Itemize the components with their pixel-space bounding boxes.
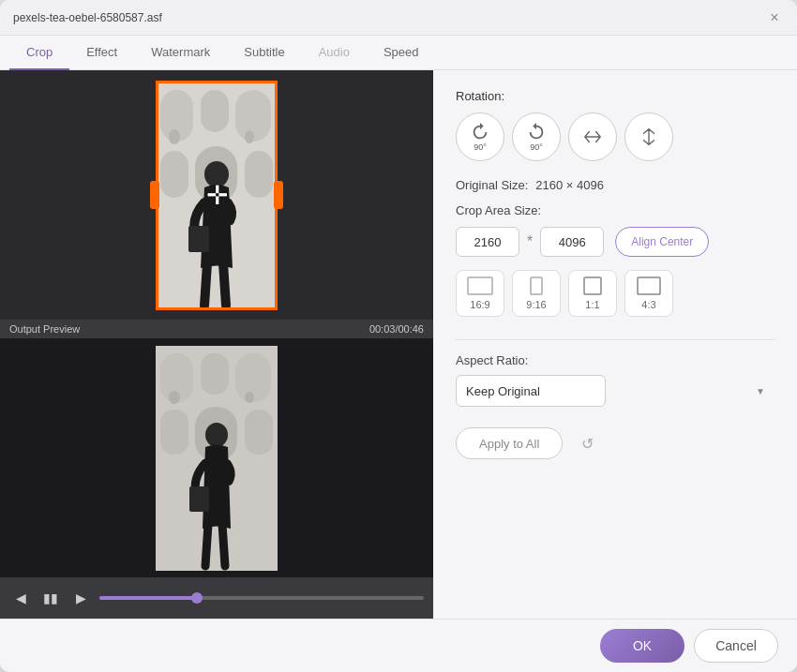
svg-rect-23 bbox=[531, 277, 542, 294]
main-content: ✛ Output Preview 00:03/00:46 bbox=[0, 70, 797, 619]
output-preview-timestamp: 00:03/00:46 bbox=[369, 323, 424, 335]
bottom-bar: OK Cancel bbox=[0, 619, 797, 672]
rotate-ccw-button[interactable]: 90° bbox=[512, 112, 561, 161]
ratio-4-3-icon bbox=[636, 276, 662, 295]
prev-button[interactable]: ◀ bbox=[9, 587, 32, 609]
ratio-16-9-button[interactable]: 16:9 bbox=[456, 270, 504, 317]
svg-rect-2 bbox=[201, 90, 229, 132]
svg-rect-21 bbox=[189, 486, 209, 512]
svg-rect-17 bbox=[245, 410, 273, 455]
ratio-1-1-icon bbox=[579, 276, 606, 295]
move-cursor-icon: ✛ bbox=[206, 180, 228, 211]
ratio-9-16-icon bbox=[523, 276, 549, 295]
rotate-ccw-icon bbox=[526, 122, 547, 142]
tab-speed[interactable]: Speed bbox=[367, 36, 436, 70]
svg-rect-22 bbox=[468, 277, 492, 294]
cancel-button[interactable]: Cancel bbox=[694, 629, 778, 663]
svg-point-20 bbox=[205, 423, 228, 447]
output-video-frame bbox=[156, 346, 278, 571]
flip-h-button[interactable] bbox=[568, 112, 617, 161]
tab-audio: Audio bbox=[302, 36, 367, 70]
aspect-ratio-label: Aspect Ratio: bbox=[456, 353, 774, 367]
crop-handle-right[interactable] bbox=[274, 181, 283, 209]
original-size-value: 2160 × 4096 bbox=[535, 178, 604, 192]
progress-bar[interactable] bbox=[99, 596, 424, 600]
crop-handle-left[interactable] bbox=[150, 181, 159, 209]
ratio-1-1-button[interactable]: 1:1 bbox=[568, 270, 617, 317]
left-panel: ✛ Output Preview 00:03/00:46 bbox=[0, 70, 433, 619]
title-bar: pexels-tea-oebel-6580587.asf × bbox=[0, 0, 797, 36]
svg-rect-10 bbox=[188, 226, 209, 252]
flip-v-icon bbox=[639, 127, 659, 147]
main-window: pexels-tea-oebel-6580587.asf × Crop Effe… bbox=[0, 0, 797, 672]
crop-width-input[interactable] bbox=[456, 227, 519, 257]
original-size-label: Original Size: bbox=[456, 178, 528, 192]
output-preview-bar: Output Preview 00:03/00:46 bbox=[0, 320, 433, 338]
ratio-9-16-label: 9:16 bbox=[526, 299, 546, 310]
svg-rect-13 bbox=[201, 353, 229, 395]
rotate-cw-button[interactable]: 90° bbox=[456, 112, 504, 161]
apply-to-all-button[interactable]: Apply to All bbox=[456, 427, 563, 459]
ratio-1-1-label: 1:1 bbox=[585, 299, 599, 310]
ratio-buttons: 16:9 9:16 bbox=[456, 270, 774, 317]
ratio-16-9-label: 16:9 bbox=[470, 299, 489, 310]
next-button[interactable]: ▶ bbox=[69, 587, 92, 609]
crop-inputs-row: * Align Center bbox=[456, 227, 774, 257]
output-video-svg bbox=[156, 346, 278, 571]
tab-crop[interactable]: Crop bbox=[9, 36, 69, 70]
progress-thumb[interactable] bbox=[191, 592, 203, 604]
crop-container[interactable]: ✛ bbox=[156, 81, 278, 310]
ratio-16-9-icon bbox=[467, 276, 493, 295]
svg-rect-4 bbox=[160, 151, 188, 198]
svg-rect-25 bbox=[638, 277, 660, 294]
pause-button[interactable]: ▮▮ bbox=[39, 587, 62, 609]
output-preview-label: Output Preview bbox=[9, 323, 80, 335]
ratio-9-16-button[interactable]: 9:16 bbox=[512, 270, 561, 317]
rotate-cw-icon bbox=[470, 122, 490, 142]
dropdown-chevron-icon: ▼ bbox=[756, 386, 765, 396]
right-panel: Rotation: 90° 90° bbox=[433, 70, 797, 619]
aspect-ratio-select[interactable]: Keep Original 16:9 9:16 4:3 1:1 Custom bbox=[456, 375, 606, 407]
crop-height-input[interactable] bbox=[540, 227, 604, 257]
svg-point-18 bbox=[169, 391, 180, 404]
tab-subtitle[interactable]: Subtitle bbox=[227, 36, 301, 70]
apply-row: Apply to All ↺ bbox=[456, 427, 774, 459]
original-size-row: Original Size: 2160 × 4096 bbox=[456, 178, 774, 192]
close-button[interactable]: × bbox=[765, 8, 784, 27]
svg-rect-6 bbox=[245, 151, 273, 198]
svg-rect-15 bbox=[160, 410, 188, 455]
progress-fill bbox=[99, 596, 197, 600]
ratio-4-3-label: 4:3 bbox=[641, 299, 655, 310]
controls-bar: ◀ ▮▮ ▶ bbox=[0, 577, 433, 619]
window-title: pexels-tea-oebel-6580587.asf bbox=[13, 11, 162, 24]
aspect-ratio-dropdown-wrapper: Keep Original 16:9 9:16 4:3 1:1 Custom ▼ bbox=[456, 375, 774, 407]
crop-separator: * bbox=[527, 233, 533, 250]
flip-h-icon bbox=[582, 127, 603, 147]
rotate-ccw-label: 90° bbox=[530, 142, 543, 152]
video-crop-area[interactable]: ✛ bbox=[0, 70, 433, 320]
svg-rect-24 bbox=[584, 277, 601, 294]
rotation-label: Rotation: bbox=[456, 89, 774, 103]
rotation-buttons: 90° 90° bbox=[456, 112, 774, 161]
svg-point-19 bbox=[245, 392, 254, 403]
divider bbox=[456, 339, 774, 340]
tab-watermark[interactable]: Watermark bbox=[134, 36, 227, 70]
align-center-button[interactable]: Align Center bbox=[615, 227, 709, 257]
ok-button[interactable]: OK bbox=[600, 629, 684, 663]
tab-bar: Crop Effect Watermark Subtitle Audio Spe… bbox=[0, 36, 797, 70]
svg-point-8 bbox=[245, 130, 254, 143]
flip-v-button[interactable] bbox=[624, 112, 673, 161]
ratio-4-3-button[interactable]: 4:3 bbox=[624, 270, 673, 317]
output-video-area bbox=[0, 338, 433, 577]
svg-point-7 bbox=[169, 129, 180, 144]
refresh-icon[interactable]: ↺ bbox=[574, 430, 600, 456]
crop-area-label: Crop Area Size: bbox=[456, 203, 774, 217]
rotate-cw-label: 90° bbox=[474, 142, 487, 152]
tab-effect[interactable]: Effect bbox=[69, 36, 134, 70]
